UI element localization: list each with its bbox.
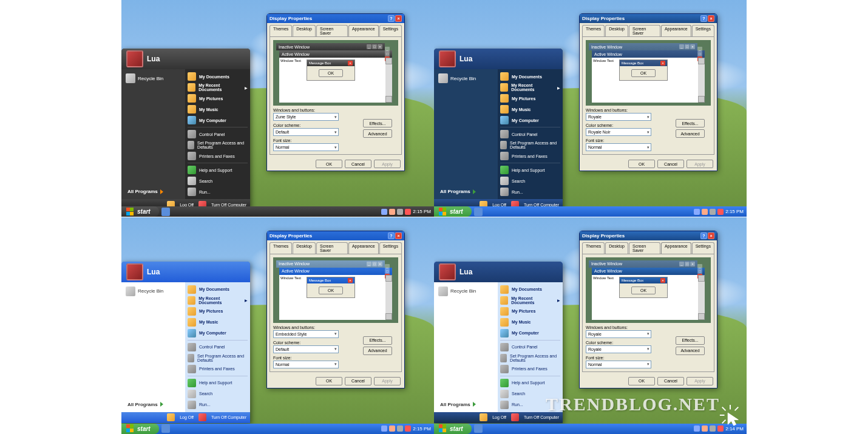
tab-desktop[interactable]: Desktop	[293, 242, 316, 254]
cancel-button[interactable]: Cancel	[657, 160, 684, 168]
help-icon[interactable]: ?	[700, 15, 707, 22]
startmenu-item[interactable]: Control Panel	[500, 129, 560, 140]
tray-icon[interactable]	[717, 426, 724, 432]
color-scheme-combo[interactable]: Royale	[586, 345, 651, 353]
system-tray[interactable]: 2:15 PM	[691, 209, 747, 215]
startmenu-item[interactable]: Search	[188, 388, 248, 399]
dialog-titlebar[interactable]: Display Properties ? ×	[580, 14, 717, 23]
close-icon[interactable]: ×	[395, 15, 402, 22]
tab-themes[interactable]: Themes	[582, 242, 605, 254]
tray-icon[interactable]	[710, 426, 716, 432]
all-programs[interactable]: All Programs	[124, 399, 183, 410]
color-scheme-combo[interactable]: Default	[273, 128, 339, 136]
user-avatar[interactable]	[126, 50, 143, 67]
startmenu-recycle-bin[interactable]: Recycle Bin	[436, 72, 495, 85]
startmenu-item[interactable]: Printers and Faxes	[188, 364, 248, 375]
startmenu-item[interactable]: Help and Support	[188, 378, 248, 388]
tab-screen-saver[interactable]: Screen Saver	[629, 25, 660, 36]
tab-desktop[interactable]: Desktop	[293, 25, 316, 36]
startmenu-item[interactable]: Help and Support	[188, 164, 248, 175]
startmenu-item[interactable]: My Music	[188, 104, 248, 115]
clock[interactable]: 2:15 PM	[413, 426, 431, 432]
startmenu-item[interactable]: Printers and Faxes	[188, 151, 248, 161]
start-button[interactable]: start	[121, 424, 159, 434]
startmenu-item[interactable]: My Recent Documents ▶	[188, 295, 248, 306]
close-icon[interactable]: ×	[708, 232, 714, 239]
apply-button[interactable]: Apply	[374, 377, 401, 385]
tray-icon[interactable]	[710, 209, 716, 215]
advanced-button[interactable]: Advanced	[676, 129, 705, 138]
logoff-button[interactable]: Log Off	[180, 415, 194, 419]
startmenu-item[interactable]: Help and Support	[500, 164, 560, 175]
quick-launch-icon[interactable]	[474, 208, 483, 216]
effects-button[interactable]: Effects...	[676, 336, 705, 345]
startmenu-item[interactable]: My Documents	[188, 284, 248, 295]
dialog-titlebar[interactable]: Display Properties ? ×	[580, 231, 717, 240]
start-button[interactable]: start	[434, 206, 472, 217]
apply-button[interactable]: Apply	[374, 160, 401, 168]
startmenu-item[interactable]: Printers and Faxes	[500, 364, 560, 375]
startmenu-item[interactable]: My Documents	[188, 71, 248, 82]
startmenu-item[interactable]: My Computer	[500, 328, 560, 339]
startmenu-item[interactable]: My Pictures	[188, 93, 248, 104]
tray-icon[interactable]	[694, 426, 700, 432]
tab-settings[interactable]: Settings	[692, 242, 714, 254]
taskbar[interactable]: start 2:15 PM	[121, 424, 434, 434]
apply-button[interactable]: Apply	[687, 160, 713, 168]
startmenu-item[interactable]: My Documents	[500, 284, 560, 295]
tab-settings[interactable]: Settings	[379, 25, 402, 36]
startmenu-item[interactable]: My Recent Documents ▶	[188, 82, 248, 93]
tray-icon[interactable]	[397, 426, 403, 432]
advanced-button[interactable]: Advanced	[363, 347, 392, 355]
tray-icon[interactable]	[397, 209, 403, 215]
start-button[interactable]: start	[434, 424, 472, 434]
quick-launch-icon[interactable]	[474, 424, 483, 433]
tray-icon[interactable]	[702, 209, 708, 215]
taskbar[interactable]: start 2:15 PM	[434, 206, 747, 217]
all-programs[interactable]: All Programs	[436, 186, 495, 197]
tray-icon[interactable]	[389, 426, 395, 432]
startmenu-item[interactable]: My Pictures	[500, 93, 560, 104]
startmenu-item[interactable]: My Recent Documents ▶	[500, 82, 560, 93]
close-icon[interactable]: ×	[395, 232, 402, 239]
ok-button[interactable]: OK	[316, 377, 342, 385]
tray-icon[interactable]	[389, 209, 395, 215]
help-icon[interactable]: ?	[388, 15, 395, 22]
startmenu-item[interactable]: My Documents	[500, 71, 560, 82]
windows-buttons-combo[interactable]: Embedded Style	[273, 330, 339, 338]
dialog-titlebar[interactable]: Display Properties ? ×	[267, 231, 404, 240]
startmenu-item[interactable]: My Music	[188, 317, 248, 328]
turnoff-button[interactable]: Turn Off Computer	[211, 415, 246, 419]
clock[interactable]: 2:14 PM	[725, 426, 744, 432]
tray-icon[interactable]	[702, 426, 708, 432]
color-scheme-combo[interactable]: Default	[273, 345, 339, 353]
taskbar[interactable]: start 2:14 PM	[434, 424, 747, 434]
logoff-button[interactable]: Log Off	[492, 415, 506, 419]
effects-button[interactable]: Effects...	[363, 336, 392, 345]
clock[interactable]: 2:15 PM	[725, 209, 744, 214]
font-size-combo[interactable]: Normal	[273, 143, 339, 151]
startmenu-item[interactable]: Run...	[500, 186, 560, 197]
tab-screen-saver[interactable]: Screen Saver	[629, 242, 660, 254]
cancel-button[interactable]: Cancel	[345, 377, 371, 385]
startmenu-item[interactable]: Control Panel	[500, 342, 560, 353]
startmenu-item[interactable]: My Pictures	[500, 306, 560, 317]
tab-appearance[interactable]: Appearance	[348, 25, 379, 36]
startmenu-item[interactable]: Run...	[188, 399, 248, 410]
windows-buttons-combo[interactable]: Royale	[586, 113, 651, 121]
tray-icon[interactable]	[694, 209, 700, 215]
tab-themes[interactable]: Themes	[270, 242, 292, 254]
all-programs[interactable]: All Programs	[124, 186, 183, 197]
ok-button[interactable]: OK	[628, 160, 655, 168]
startmenu-recycle-bin[interactable]: Recycle Bin	[124, 72, 183, 85]
startmenu-item[interactable]: My Computer	[188, 115, 248, 126]
startmenu-item[interactable]: Run...	[188, 186, 248, 197]
tab-appearance[interactable]: Appearance	[661, 25, 691, 36]
startmenu-recycle-bin[interactable]: Recycle Bin	[124, 285, 183, 298]
startmenu-item[interactable]: Set Program Access and Defaults	[500, 140, 560, 151]
apply-button[interactable]: Apply	[687, 377, 713, 385]
tab-screen-saver[interactable]: Screen Saver	[316, 25, 348, 36]
tab-desktop[interactable]: Desktop	[605, 25, 628, 36]
startmenu-item[interactable]: Search	[500, 175, 560, 186]
windows-buttons-combo[interactable]: Zune Style	[273, 113, 339, 121]
